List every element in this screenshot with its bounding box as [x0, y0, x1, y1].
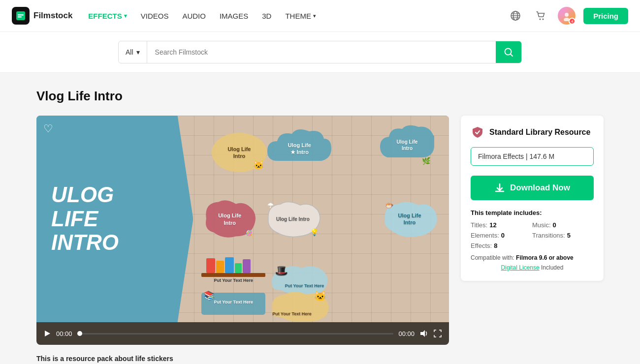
- sticker-7: Put Your Text Here: [201, 253, 265, 283]
- page-title: Vlog Life Intro: [36, 89, 604, 104]
- compatible-text: Compatible with: Filmora 9.6 or above: [471, 254, 594, 261]
- search-bar: All ▾: [118, 41, 522, 63]
- theme-chevron-icon: ▾: [313, 13, 316, 19]
- main-nav: EFFECTS ▾ VIDEOS AUDIO IMAGES 3D THEME ▾: [88, 2, 507, 30]
- sticker-1: Ulog LifeIntro 🐱: [210, 130, 269, 175]
- svg-rect-1: [18, 14, 24, 16]
- resource-title: Standard Library Resource: [489, 128, 590, 137]
- search-button[interactable]: [496, 41, 521, 63]
- svg-rect-21: [243, 259, 251, 273]
- svg-marker-23: [45, 331, 50, 336]
- digital-license-link[interactable]: Digital License: [501, 264, 540, 271]
- svg-rect-18: [216, 261, 224, 273]
- header-actions: 4 Pricing: [507, 7, 628, 25]
- stat-music: Music: 0: [532, 221, 594, 229]
- sticker-4: Ulog LifeIntro 🍭: [201, 198, 258, 240]
- volume-icon[interactable]: [419, 329, 428, 338]
- time-total: 00:00: [398, 330, 415, 337]
- digital-license: Digital License Included: [471, 264, 594, 271]
- svg-point-8: [540, 19, 541, 20]
- nav-theme[interactable]: THEME ▾: [285, 2, 316, 30]
- effects-chevron-icon: ▾: [124, 13, 127, 19]
- content-row: ULOG LIFE INTRO ♡ Ulog LifeIntro 🐱: [36, 116, 604, 345]
- language-icon[interactable]: [507, 7, 524, 25]
- description-text: This is a resource pack about life stick…: [36, 355, 604, 363]
- main-content: Vlog Life Intro ULOG LIFE INTRO ♡: [25, 73, 615, 364]
- svg-rect-19: [225, 257, 234, 273]
- shield-icon: [471, 125, 484, 139]
- notification-badge: 4: [569, 18, 576, 25]
- cart-icon[interactable]: [532, 7, 550, 25]
- sticker-3: Ulog LifeIntro 🌿: [380, 123, 434, 167]
- template-includes-label: This template includes:: [471, 209, 594, 216]
- nav-videos[interactable]: VIDEOS: [141, 2, 169, 30]
- search-category-chevron: ▾: [136, 48, 140, 56]
- sticker-5: Ulog Life Intro ☂ 💡: [263, 199, 322, 239]
- search-category-select[interactable]: All ▾: [119, 41, 147, 63]
- svg-rect-17: [206, 258, 215, 273]
- logo[interactable]: Filmstock: [12, 7, 72, 25]
- sticker-6: Ulog LifeIntro 🐡: [380, 199, 439, 239]
- svg-rect-0: [16, 11, 25, 20]
- play-button[interactable]: [43, 330, 51, 337]
- left-panel-text: ULOG LIFE INTRO: [51, 183, 119, 254]
- sticker-9: Put Your Text Here 📚: [201, 288, 265, 317]
- stat-elements: Elements: 0: [471, 232, 532, 239]
- favorite-icon[interactable]: ♡: [43, 122, 53, 135]
- svg-marker-24: [420, 330, 425, 337]
- sticker-2: Ulog Life★ Intro: [267, 126, 331, 171]
- svg-rect-20: [235, 263, 242, 273]
- search-bar-wrap: All ▾: [0, 32, 640, 73]
- resource-info-box: Filmora Effects | 147.6 M: [471, 147, 594, 166]
- fullscreen-icon[interactable]: [433, 329, 442, 338]
- header: Filmstock EFFECTS ▾ VIDEOS AUDIO IMAGES …: [0, 0, 640, 32]
- download-label: Download Now: [510, 183, 570, 193]
- video-container: ULOG LIFE INTRO ♡ Ulog LifeIntro 🐱: [36, 116, 449, 345]
- resource-card: Standard Library Resource Filmora Effect…: [461, 116, 604, 281]
- stat-effects: Effects: 8: [471, 242, 532, 249]
- time-current: 00:00: [56, 330, 72, 337]
- svg-point-11: [565, 13, 569, 17]
- nav-images[interactable]: IMAGES: [220, 2, 248, 30]
- video-preview: ULOG LIFE INTRO ♡ Ulog LifeIntro 🐱: [36, 116, 449, 322]
- download-button[interactable]: Download Now: [471, 176, 594, 200]
- nav-effects[interactable]: EFFECTS ▾: [88, 2, 127, 30]
- svg-rect-2: [18, 16, 22, 18]
- left-panel: ULOG LIFE INTRO: [36, 116, 193, 322]
- progress-indicator: [77, 331, 82, 336]
- progress-bar[interactable]: [77, 333, 394, 334]
- svg-rect-16: [201, 273, 265, 277]
- svg-point-9: [543, 19, 544, 20]
- logo-icon: [12, 7, 30, 25]
- template-stats: Titles: 12 Music: 0 Elements: 0 Transiti…: [471, 221, 594, 249]
- stat-titles: Titles: 12: [471, 221, 532, 229]
- pricing-button[interactable]: Pricing: [583, 8, 628, 24]
- nav-audio[interactable]: AUDIO: [182, 2, 206, 30]
- search-input[interactable]: [147, 41, 496, 63]
- svg-line-14: [511, 54, 512, 56]
- resource-header: Standard Library Resource: [471, 125, 594, 139]
- nav-3d[interactable]: 3D: [262, 2, 271, 30]
- stat-transitions: Transitions: 5: [532, 232, 594, 239]
- sticker-10: 🐱 Put Your Text Here: [267, 288, 331, 322]
- video-controls: 00:00 00:00: [36, 322, 449, 345]
- avatar-wrap[interactable]: 4: [558, 7, 576, 25]
- logo-text: Filmstock: [33, 11, 72, 21]
- sidebar: Standard Library Resource Filmora Effect…: [461, 116, 604, 281]
